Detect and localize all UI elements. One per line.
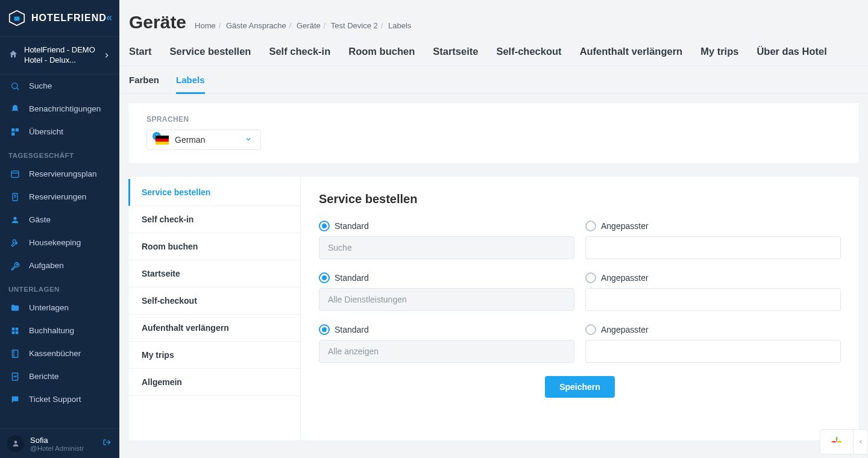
sidebar-item-notifications[interactable]: Benachrichtigungen xyxy=(0,98,119,121)
sidebar-item-reports[interactable]: Berichte xyxy=(0,365,119,388)
radio-standard[interactable] xyxy=(319,221,330,231)
radio-standard[interactable] xyxy=(319,272,330,283)
header: Geräte Home/ Gäste Ansprache/ Geräte/ Te… xyxy=(119,0,868,35)
sidebar-item-label: Reservierungen xyxy=(29,192,86,201)
svg-rect-6 xyxy=(11,132,14,135)
radio-standard-label: Standard xyxy=(335,221,369,231)
tab-aufenthalt-verlängern[interactable]: Aufenthalt verlängern xyxy=(580,46,683,66)
radio-custom[interactable] xyxy=(585,272,596,283)
crumb-test-device[interactable]: Test Device 2 xyxy=(331,21,378,30)
svg-rect-14 xyxy=(16,327,19,330)
sidebar-item-cashbooks[interactable]: Kassenbücher xyxy=(0,342,119,365)
custom-value-field[interactable] xyxy=(585,340,841,363)
svg-rect-16 xyxy=(16,331,19,334)
hotel-switcher[interactable]: HotelFriend - DEMO Hotel - Delux... xyxy=(0,36,119,75)
sidebar-item-support[interactable]: Ticket Support xyxy=(0,388,119,411)
sidebar-collapse-icon[interactable] xyxy=(104,13,113,25)
section-item[interactable]: Room buchen xyxy=(128,233,300,260)
user-name: Sofia xyxy=(30,436,84,445)
section-item[interactable]: Startseite xyxy=(128,260,300,287)
sidebar-item-label: Reservierungsplan xyxy=(29,169,97,178)
sidebar-group-daily: TAGESGESCHÄFT xyxy=(0,143,119,163)
radio-custom-label: Angepasster xyxy=(601,273,649,283)
custom-value-field[interactable] xyxy=(585,236,841,259)
sidebar-item-accounting[interactable]: Buchhaltung xyxy=(0,319,119,342)
calendar-grid-icon xyxy=(10,169,20,180)
avatar[interactable] xyxy=(7,435,24,452)
crumb-devices[interactable]: Geräte xyxy=(297,21,321,30)
svg-rect-4 xyxy=(11,128,14,131)
section-item[interactable]: Allgemein xyxy=(128,369,300,396)
brand-logo-icon xyxy=(8,10,25,27)
tab-room-buchen[interactable]: Room buchen xyxy=(348,46,415,66)
section-item[interactable]: Self check-in xyxy=(128,206,300,233)
chat-icon xyxy=(10,394,20,405)
sidebar-item-search[interactable]: Suche xyxy=(0,75,119,98)
document-icon xyxy=(10,192,20,202)
svg-rect-17 xyxy=(12,350,17,357)
tab-startseite[interactable]: Startseite xyxy=(433,46,478,66)
section-item[interactable]: Self-checkout xyxy=(128,287,300,315)
crumb-home[interactable]: Home xyxy=(195,21,216,30)
sidebar-item-overview[interactable]: Übersicht xyxy=(0,121,119,143)
sidebar-item-documents[interactable]: Unterlagen xyxy=(0,296,119,319)
crumb-guest-approach[interactable]: Gäste Ansprache xyxy=(226,21,286,30)
sidebar-item-label: Unterlagen xyxy=(29,303,69,312)
svg-rect-7 xyxy=(11,171,19,177)
radio-standard-label: Standard xyxy=(335,273,369,283)
svg-rect-15 xyxy=(12,331,15,334)
chevron-down-icon xyxy=(245,135,252,145)
section-body: Service bestellen StandardAngepassterSta… xyxy=(301,177,859,441)
save-button[interactable]: Speichern xyxy=(545,376,615,398)
radio-standard-label: Standard xyxy=(335,325,369,334)
help-widget-collapse[interactable] xyxy=(853,430,867,454)
section-item[interactable]: Aufenthalt verlängern xyxy=(128,315,300,342)
subtab-farben[interactable]: Farben xyxy=(129,75,159,93)
radio-custom[interactable] xyxy=(585,324,596,335)
subtab-labels[interactable]: Labels xyxy=(176,75,205,94)
sidebar-item-reservations[interactable]: Reservierungen xyxy=(0,186,119,209)
section-item[interactable]: Service bestellen xyxy=(128,179,300,206)
ledger-icon xyxy=(10,325,20,336)
page-title: Geräte xyxy=(129,12,186,33)
sidebar-group-documents: UNTERLAGEN xyxy=(0,277,119,296)
brand-row: HOTELFRIEND xyxy=(0,0,119,36)
tools-icon xyxy=(10,237,20,248)
radio-custom[interactable] xyxy=(585,221,596,231)
radio-standard[interactable] xyxy=(319,324,330,335)
report-icon xyxy=(10,371,20,382)
sidebar-item-guests[interactable]: Gäste xyxy=(0,209,119,231)
standard-value-field xyxy=(319,340,574,363)
tab-self-checkout[interactable]: Self-checkout xyxy=(496,46,561,66)
radio-custom-label: Angepasster xyxy=(601,325,649,334)
tab-über-das-hotel[interactable]: Über das Hotel xyxy=(756,46,826,66)
sidebar-item-label: Kassenbücher xyxy=(29,349,81,358)
nav: Suche Benachrichtigungen Übersicht TAGES… xyxy=(0,75,119,428)
language-select[interactable]: + German xyxy=(146,130,261,150)
tab-service-bestellen[interactable]: Service bestellen xyxy=(170,46,251,66)
svg-line-3 xyxy=(17,87,19,89)
primary-tabs: StartService bestellenSelf check-inRoom … xyxy=(119,35,868,66)
search-icon xyxy=(10,81,20,92)
secondary-tabs: FarbenLabels xyxy=(119,66,868,94)
standard-value-field xyxy=(319,288,574,311)
logout-icon[interactable] xyxy=(102,438,112,450)
sidebar-item-tasks[interactable]: Aufgaben xyxy=(0,254,119,277)
sidebar-item-housekeeping[interactable]: Housekeeping xyxy=(0,231,119,254)
language-value: German xyxy=(175,135,206,145)
tab-self-check-in[interactable]: Self check-in xyxy=(269,46,330,66)
sidebar-item-reservation-plan[interactable]: Reservierungsplan xyxy=(0,163,119,186)
flag-de-icon xyxy=(156,136,169,145)
sidebar-item-label: Buchhaltung xyxy=(29,326,74,335)
help-widget-icon[interactable] xyxy=(820,430,853,454)
svg-rect-1 xyxy=(14,16,20,20)
sidebar-item-label: Suche xyxy=(29,81,52,90)
tab-start[interactable]: Start xyxy=(129,46,152,66)
tab-my-trips[interactable]: My trips xyxy=(700,46,738,66)
dashboard-icon xyxy=(10,127,20,137)
sidebar-item-label: Housekeeping xyxy=(29,238,81,247)
chevron-right-icon xyxy=(102,51,111,60)
section-item[interactable]: My trips xyxy=(128,342,300,369)
custom-value-field[interactable] xyxy=(585,288,841,311)
main: Geräte Home/ Gäste Ansprache/ Geräte/ Te… xyxy=(119,0,868,458)
